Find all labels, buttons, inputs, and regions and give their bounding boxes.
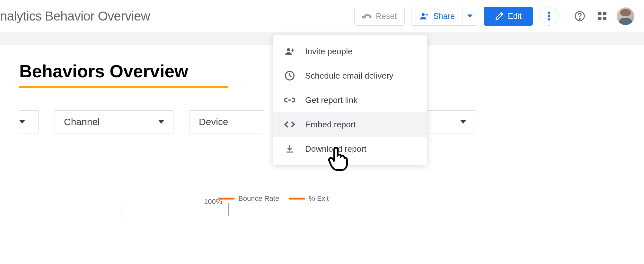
- svg-rect-6: [598, 12, 601, 15]
- person-add-icon: [284, 46, 296, 57]
- legend-swatch: [289, 198, 305, 200]
- svg-point-10: [287, 48, 290, 51]
- menu-item-link[interactable]: Get report link: [273, 88, 427, 112]
- chart-legend: Bounce Rate % Exit: [218, 194, 625, 203]
- share-button[interactable]: Share: [411, 7, 463, 26]
- svg-point-5: [579, 18, 580, 19]
- menu-label: Embed report: [305, 120, 356, 130]
- header-actions: Reset Share Edit: [354, 6, 634, 26]
- filter-label: Channel: [64, 116, 100, 127]
- more-options-button[interactable]: [539, 6, 559, 26]
- menu-item-embed[interactable]: Embed report: [273, 112, 427, 137]
- y-axis-line: [228, 203, 229, 216]
- help-button[interactable]: [572, 8, 588, 24]
- chart-panel-left: [0, 203, 121, 219]
- y-axis-tick: 100%: [204, 198, 222, 206]
- edit-label: Edit: [508, 12, 522, 21]
- report-title: Behaviors Overview: [19, 61, 188, 87]
- share-dropdown-menu: Invite people Schedule email delivery Ge…: [273, 35, 427, 165]
- reset-button[interactable]: Reset: [354, 7, 405, 26]
- help-icon: [574, 11, 585, 21]
- caret-down-icon: [158, 120, 164, 124]
- more-vert-icon: [548, 12, 550, 21]
- link-icon: [284, 94, 296, 106]
- svg-rect-7: [603, 12, 606, 15]
- page-title: nalytics Behavior Overview: [0, 9, 150, 23]
- menu-label: Invite people: [305, 47, 352, 56]
- code-icon: [284, 119, 296, 130]
- filter-label: Device: [199, 116, 228, 127]
- apps-button[interactable]: [594, 8, 610, 24]
- person-add-icon: [419, 12, 429, 21]
- menu-label: Schedule email delivery: [305, 71, 393, 81]
- filter-channel[interactable]: Channel: [55, 110, 173, 133]
- svg-rect-9: [603, 17, 606, 20]
- pencil-icon: [495, 12, 504, 21]
- svg-point-3: [548, 18, 550, 21]
- divider: [565, 8, 565, 24]
- legend-label: Bounce Rate: [238, 194, 279, 203]
- grid-icon: [598, 12, 606, 20]
- reset-label: Reset: [376, 12, 397, 21]
- menu-item-schedule[interactable]: Schedule email delivery: [273, 64, 427, 88]
- avatar[interactable]: [617, 7, 634, 25]
- svg-point-1: [548, 12, 550, 14]
- cursor-pointer-icon: [326, 146, 348, 172]
- menu-item-invite[interactable]: Invite people: [273, 39, 427, 64]
- caret-down-icon: [460, 120, 466, 124]
- share-button-group: Share: [411, 7, 477, 26]
- download-icon: [284, 143, 296, 155]
- svg-point-0: [422, 13, 425, 16]
- svg-rect-8: [598, 17, 601, 20]
- menu-label: Get report link: [305, 95, 357, 105]
- clock-icon: [284, 70, 296, 81]
- legend-label: % Exit: [309, 194, 329, 203]
- caret-down-icon: [467, 14, 472, 18]
- svg-point-2: [548, 15, 550, 17]
- legend-item-bounce[interactable]: Bounce Rate: [218, 194, 279, 203]
- menu-item-download[interactable]: Download report: [273, 137, 427, 161]
- filter-device[interactable]: Device: [190, 110, 263, 133]
- edit-button[interactable]: Edit: [484, 7, 533, 26]
- app-header: nalytics Behavior Overview Reset Share: [0, 0, 644, 32]
- filter-unknown[interactable]: [19, 110, 39, 133]
- legend-item-exit[interactable]: % Exit: [289, 194, 329, 203]
- caret-down-icon: [19, 120, 25, 124]
- share-label: Share: [433, 12, 455, 21]
- undo-icon: [362, 13, 372, 19]
- share-dropdown-button[interactable]: [463, 7, 477, 26]
